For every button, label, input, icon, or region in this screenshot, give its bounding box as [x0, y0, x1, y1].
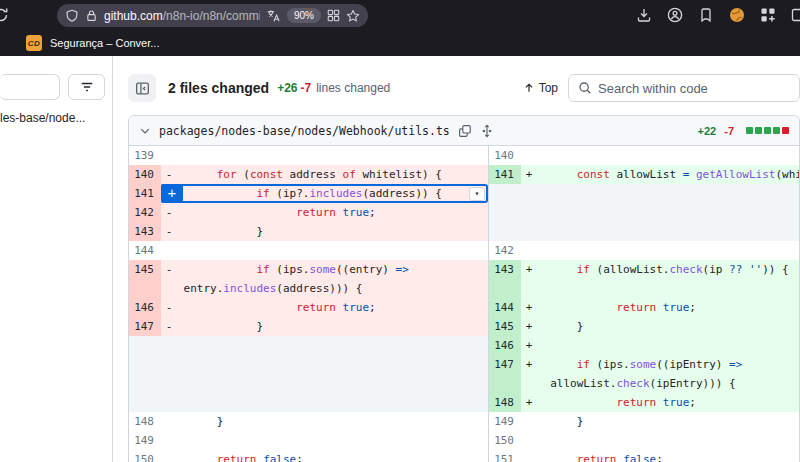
diff-cell-left: 139	[129, 146, 488, 165]
zoom-badge[interactable]: 90%	[287, 8, 321, 23]
file-tree-sidebar: les-base/node...	[0, 56, 113, 462]
address-bar[interactable]: github.com/n8n-io/n8n/commit/11f8597d4ad…	[57, 4, 368, 27]
line-number[interactable]: 141	[489, 165, 521, 184]
add-comment-button[interactable]: +	[161, 184, 183, 203]
code-line: return true;	[177, 298, 488, 317]
diff-cell-right: 143+ if (allowList.check(ip ?? '')) {	[488, 260, 799, 298]
code-line: }	[537, 412, 799, 431]
line-number[interactable]: 144	[489, 298, 521, 317]
file-diff-card: packages/nodes-base/nodes/Webhook/utils.…	[128, 115, 800, 462]
diff-marker: -	[161, 222, 177, 241]
diff-cell-right: 145+ }	[488, 317, 799, 336]
file-filter-input[interactable]	[0, 74, 60, 100]
drag-handle-icon[interactable]	[480, 124, 494, 138]
diff-marker	[521, 241, 537, 260]
diff-cell-left	[129, 393, 488, 412]
diff-cell-right	[488, 222, 799, 241]
line-number[interactable]: 140	[129, 165, 161, 184]
line-number[interactable]: 141	[129, 184, 161, 203]
diff-cell-left: 143- }	[129, 222, 488, 241]
extensions-icon[interactable]	[698, 7, 714, 23]
search-within-code-input[interactable]	[598, 81, 790, 96]
line-number[interactable]: 142	[129, 203, 161, 222]
extension-orange-icon[interactable]	[729, 7, 745, 23]
line-number[interactable]: 151	[489, 450, 521, 462]
line-number[interactable]: 147	[489, 355, 521, 393]
line-number[interactable]: 149	[129, 431, 161, 450]
bookmark-star-icon[interactable]	[346, 9, 360, 23]
url-text[interactable]: github.com/n8n-io/n8n/commit/11f8597d4ad…	[104, 9, 260, 23]
diff-block-add	[755, 127, 762, 134]
diff-cell-right	[488, 184, 799, 203]
diff-cell-left: 150 return false;	[129, 450, 488, 462]
diff-row: 147+ if (ips.some((ipEntry) => allowList…	[129, 355, 799, 393]
diff-marker: +	[521, 336, 537, 355]
line-number[interactable]: 150	[489, 431, 521, 450]
file-header[interactable]: packages/nodes-base/nodes/Webhook/utils.…	[129, 116, 799, 146]
line-number[interactable]: 148	[489, 393, 521, 412]
code-line: }	[177, 222, 488, 241]
shield-icon[interactable]	[65, 9, 79, 23]
chevron-down-icon[interactable]	[139, 125, 151, 137]
diff-row: 144142	[129, 241, 799, 260]
diff-marker	[521, 146, 537, 165]
tab-title[interactable]: Segurança – Conver...	[50, 37, 159, 49]
diff-row: 149150	[129, 431, 799, 450]
code-line: }	[177, 412, 488, 431]
file-tree-item[interactable]: les-base/node...	[0, 111, 112, 125]
search-icon	[578, 81, 592, 95]
diff-cell-left: 142- return true;	[129, 203, 488, 222]
code-line	[177, 146, 488, 165]
line-number[interactable]: 143	[489, 260, 521, 298]
reload-icon[interactable]	[0, 7, 9, 23]
diff-marker	[521, 431, 537, 450]
diff-row: 145- if (ips.some((entry) => entry.inclu…	[129, 260, 799, 298]
diff-marker: -	[161, 298, 177, 317]
line-number[interactable]: 146	[129, 298, 161, 317]
line-number[interactable]: 145	[489, 317, 521, 336]
diff-marker	[161, 146, 177, 165]
line-number[interactable]: 140	[489, 146, 521, 165]
sidebar-right-icon[interactable]	[791, 7, 800, 23]
download-icon[interactable]	[636, 7, 652, 23]
grid-icon[interactable]	[327, 9, 340, 22]
diff-marker: +	[521, 393, 537, 412]
toggle-file-tree-button[interactable]	[128, 74, 156, 102]
code-line: const allowList = getAllowList(whitelis	[537, 165, 799, 184]
line-number[interactable]: 146	[489, 336, 521, 355]
search-within-code-box[interactable]	[568, 74, 800, 102]
apps-grid-icon[interactable]	[760, 7, 776, 23]
diff-cell-right: 144+ return true;	[488, 298, 799, 317]
account-icon[interactable]	[667, 7, 683, 23]
diff-row: 146- return true;144+ return true;	[129, 298, 799, 317]
back-to-top-link[interactable]: Top	[523, 81, 558, 95]
diff-marker: +	[521, 355, 537, 393]
translate-icon[interactable]	[266, 9, 281, 23]
filter-button[interactable]	[68, 74, 105, 100]
diff-block-del	[782, 127, 789, 134]
line-number[interactable]: 148	[129, 412, 161, 431]
diff-cell-left: 140- for (const address of whitelist) {	[129, 165, 488, 184]
line-number[interactable]: 147	[129, 317, 161, 336]
diff-row: 139140	[129, 146, 799, 165]
code-line: return true;	[537, 393, 799, 412]
lock-icon[interactable]	[85, 9, 98, 22]
files-changed-title: 2 files changed	[168, 80, 269, 96]
diff-marker	[521, 412, 537, 431]
line-number[interactable]: 145	[129, 260, 161, 298]
diff-cell-right: 149 }	[488, 412, 799, 431]
line-number[interactable]: 150	[129, 450, 161, 462]
line-number[interactable]: 144	[129, 241, 161, 260]
copy-path-icon[interactable]	[458, 124, 472, 138]
code-line	[537, 241, 799, 260]
line-number[interactable]: 139	[129, 146, 161, 165]
diff-cell-left	[129, 336, 488, 355]
browser-toolbar: github.com/n8n-io/n8n/commit/11f8597d4ad…	[0, 0, 800, 30]
line-number[interactable]: 149	[489, 412, 521, 431]
line-number[interactable]: 143	[129, 222, 161, 241]
code-line: return false;	[537, 450, 799, 462]
diff-cell-right: 141+ const allowList = getAllowList(whit…	[488, 165, 799, 184]
line-number[interactable]: 142	[489, 241, 521, 260]
line-menu-caret-button[interactable]: ▾	[469, 187, 485, 201]
code-line: if (ips.some((entry) =>	[177, 260, 488, 279]
